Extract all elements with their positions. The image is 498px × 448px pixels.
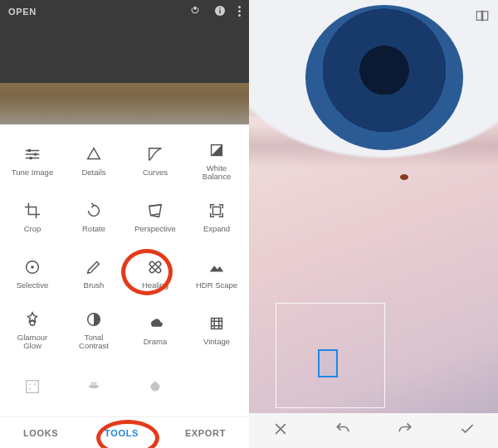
top-bar: OPEN bbox=[0, 0, 249, 23]
tool-healing[interactable]: Healing bbox=[124, 246, 186, 302]
svg-rect-2 bbox=[219, 10, 220, 14]
info-icon[interactable] bbox=[213, 4, 227, 19]
tool-label: Rotate bbox=[82, 225, 105, 233]
preview-thumbnail bbox=[0, 83, 249, 124]
photo-canvas[interactable] bbox=[249, 0, 498, 413]
svg-point-4 bbox=[28, 149, 32, 153]
tool-label: Tonal Contrast bbox=[79, 334, 109, 351]
tool-tonal-contrast[interactable]: Tonal Contrast bbox=[63, 302, 124, 358]
tool-selective[interactable]: Selective bbox=[2, 246, 63, 302]
editor-left-panel: OPEN Tune Image Details bbox=[0, 0, 249, 448]
tool-curves[interactable]: Curves bbox=[124, 133, 186, 189]
svg-rect-9 bbox=[212, 207, 220, 215]
tool-label: Tune Image bbox=[12, 168, 53, 177]
tool-label: Perspective bbox=[134, 225, 176, 233]
cancel-button[interactable] bbox=[272, 421, 289, 441]
tool-label: HDR Scape bbox=[196, 281, 237, 290]
tool-label: Expand bbox=[203, 225, 230, 233]
tools-grid: Tune Image Details Curves White Balance … bbox=[0, 124, 249, 416]
svg-point-14 bbox=[30, 321, 35, 326]
tool-label: Curves bbox=[143, 168, 168, 177]
svg-marker-7 bbox=[88, 149, 100, 159]
svg-rect-17 bbox=[27, 381, 39, 393]
navigator-frame[interactable] bbox=[276, 303, 385, 408]
nav-tools[interactable]: TOOLS bbox=[105, 428, 139, 438]
tool-drama[interactable]: Drama bbox=[124, 302, 186, 358]
svg-rect-16 bbox=[212, 319, 222, 329]
tool-crop[interactable]: Crop bbox=[2, 189, 63, 246]
dimmed-preview bbox=[0, 23, 249, 124]
nav-looks[interactable]: LOOKS bbox=[23, 428, 58, 438]
tool-tune-image[interactable]: Tune Image bbox=[2, 133, 63, 189]
tool-hdr-scape[interactable]: HDR Scape bbox=[186, 246, 247, 302]
tool-glamour-glow[interactable]: Glamour Glow bbox=[2, 302, 63, 358]
tool-brush[interactable]: Brush bbox=[63, 246, 124, 302]
bottom-nav: LOOKS TOOLS EXPORT bbox=[0, 416, 249, 448]
tool-label: Vintage bbox=[203, 338, 230, 346]
svg-point-5 bbox=[34, 153, 37, 156]
svg-rect-22 bbox=[483, 12, 488, 21]
tool-more-2[interactable] bbox=[63, 358, 124, 415]
tool-perspective[interactable]: Perspective bbox=[124, 189, 186, 246]
svg-point-6 bbox=[29, 157, 32, 160]
svg-rect-21 bbox=[476, 12, 481, 21]
svg-point-18 bbox=[29, 384, 31, 386]
tool-label: White Balance bbox=[203, 164, 231, 182]
tool-label: Details bbox=[81, 168, 105, 177]
overflow-menu-icon[interactable] bbox=[238, 6, 241, 17]
tool-rotate[interactable]: Rotate bbox=[63, 189, 124, 246]
tool-more-4[interactable] bbox=[186, 358, 247, 415]
undo-button[interactable] bbox=[334, 421, 351, 441]
tool-label: Brush bbox=[84, 281, 105, 290]
svg-point-20 bbox=[29, 388, 31, 390]
svg-point-0 bbox=[193, 7, 197, 10]
tool-label: Drama bbox=[144, 338, 168, 346]
compare-icon[interactable] bbox=[475, 8, 490, 23]
navigator-viewport[interactable] bbox=[318, 349, 338, 377]
tool-more-1[interactable] bbox=[2, 358, 63, 415]
tool-vintage[interactable]: Vintage bbox=[186, 302, 247, 358]
tool-expand[interactable]: Expand bbox=[186, 189, 247, 246]
redo-button[interactable] bbox=[397, 421, 413, 441]
tool-label: Crop bbox=[24, 225, 42, 233]
tool-details[interactable]: Details bbox=[63, 133, 124, 189]
blemish-spot bbox=[400, 174, 408, 180]
tool-white-balance[interactable]: White Balance bbox=[186, 133, 247, 189]
tool-label: Glamour Glow bbox=[17, 334, 47, 351]
tool-label: Selective bbox=[17, 281, 49, 290]
image-details-icon[interactable] bbox=[188, 4, 202, 19]
apply-button[interactable] bbox=[459, 421, 476, 441]
tool-more-3[interactable] bbox=[124, 358, 186, 415]
svg-point-19 bbox=[34, 384, 36, 386]
action-bar bbox=[249, 413, 498, 448]
open-button[interactable]: OPEN bbox=[8, 7, 37, 17]
editor-right-panel bbox=[249, 0, 498, 448]
nav-export[interactable]: EXPORT bbox=[185, 428, 226, 438]
svg-point-11 bbox=[31, 265, 34, 269]
tool-label: Healing bbox=[142, 281, 168, 290]
svg-rect-3 bbox=[219, 7, 220, 8]
